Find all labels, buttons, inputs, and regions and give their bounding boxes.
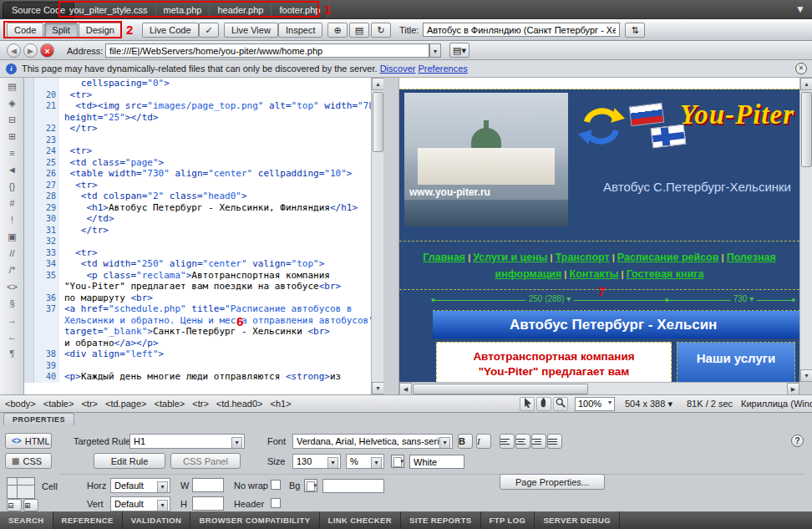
- line-numbers-icon[interactable]: #: [0, 195, 24, 211]
- font-select[interactable]: Verdana, Arial, Helvetica, sans-serif: [292, 434, 453, 449]
- outdent-code-icon[interactable]: ←: [0, 328, 24, 345]
- site-preview[interactable]: www.you-piter.ru You-Piter Автобу: [399, 78, 799, 382]
- code-fold-column[interactable]: [24, 348, 34, 360]
- code-fold-column[interactable]: [24, 78, 34, 89]
- code-fold-column[interactable]: [24, 326, 34, 338]
- check-page-icon[interactable]: ✓: [199, 23, 219, 38]
- scroll-left-icon[interactable]: ◀: [399, 383, 412, 395]
- design-hscrollbar[interactable]: ◀ ▶: [399, 382, 799, 394]
- code-scrollbar[interactable]: ▲ ▼: [371, 78, 383, 394]
- scroll-up-icon[interactable]: ▲: [372, 78, 384, 90]
- text-color-input[interactable]: [409, 455, 464, 469]
- code-fold-column[interactable]: [24, 202, 34, 214]
- code-fold-column[interactable]: [24, 225, 34, 237]
- tag-selector-item[interactable]: <table>: [155, 399, 185, 409]
- results-tab-reference[interactable]: REFERENCE: [53, 511, 123, 529]
- nowrap-checkbox[interactable]: [271, 480, 281, 490]
- code-fold-column[interactable]: [24, 145, 34, 157]
- window-size[interactable]: 504 x 388 ▾: [625, 399, 672, 409]
- page-properties-button[interactable]: Page Properties...: [500, 474, 605, 490]
- site-nav-link[interactable]: Услуги и цены: [473, 252, 547, 263]
- open-documents-icon[interactable]: ▤: [0, 78, 24, 94]
- results-tab-site-reports[interactable]: SITE REPORTS: [401, 511, 480, 529]
- expand-all-icon[interactable]: ≡: [0, 145, 24, 161]
- code-fold-column[interactable]: [24, 270, 34, 282]
- text-color-swatch[interactable]: [391, 455, 404, 468]
- indent-code-icon[interactable]: →: [0, 312, 24, 328]
- refresh-icon[interactable]: ↻: [371, 23, 391, 38]
- address-input[interactable]: [105, 43, 429, 58]
- code-fold-column[interactable]: [24, 191, 34, 202]
- tag-selector-item[interactable]: <td.head0>: [216, 399, 263, 409]
- select-tool-icon[interactable]: [520, 397, 535, 411]
- code-scroll-thumb[interactable]: [373, 92, 383, 152]
- align-left-icon[interactable]: [500, 434, 515, 449]
- preferences-link[interactable]: Preferences: [418, 64, 467, 74]
- discover-link[interactable]: Discover: [380, 64, 416, 74]
- code-fold-column[interactable]: [24, 338, 34, 349]
- column-width-menu[interactable]: 250 (288) ▾: [526, 294, 574, 303]
- collapse-full-tag-icon[interactable]: ⊟: [0, 111, 24, 128]
- width-input[interactable]: [192, 478, 224, 492]
- zoom-tool-icon[interactable]: [553, 397, 568, 411]
- hand-tool-icon[interactable]: [536, 397, 551, 411]
- scroll-right-icon[interactable]: ▶: [787, 383, 799, 395]
- back-icon[interactable]: ◀: [7, 43, 21, 58]
- site-nav-link[interactable]: Расписание рейсов: [617, 252, 719, 263]
- bg-color-swatch[interactable]: [304, 479, 317, 492]
- design-scroll-thumb[interactable]: [801, 92, 812, 167]
- code-navigator-icon[interactable]: ◈: [0, 94, 24, 111]
- code-fold-column[interactable]: [24, 180, 34, 191]
- site-nav-link[interactable]: Гостевая книга: [627, 268, 704, 280]
- code-fold-column[interactable]: [24, 135, 34, 146]
- design-hscroll-thumb[interactable]: [413, 384, 588, 394]
- size-unit-select[interactable]: %: [346, 454, 384, 469]
- tag-selector-item[interactable]: <td.page>: [105, 399, 147, 409]
- horz-select[interactable]: Default: [110, 478, 170, 493]
- align-right-icon[interactable]: [531, 434, 546, 449]
- css-mode-button[interactable]: ▦ CSS: [5, 453, 52, 469]
- design-view[interactable]: www.you-piter.ru You-Piter Автобу: [399, 78, 812, 394]
- code-fold-column[interactable]: [24, 157, 34, 169]
- scroll-down-icon[interactable]: ▼: [800, 369, 812, 382]
- code-editor[interactable]: cellspacing="0">20 <tr>21 <td><img src="…: [24, 78, 371, 394]
- code-fold-column[interactable]: [24, 168, 34, 180]
- inspect-button[interactable]: Inspect: [278, 23, 322, 38]
- css-panel-button[interactable]: CSS Panel: [170, 453, 241, 469]
- code-fold-column[interactable]: [24, 236, 34, 247]
- code-fold-column[interactable]: [24, 247, 34, 259]
- highlight-invalid-code-icon[interactable]: !: [0, 211, 24, 228]
- live-view-options-icon[interactable]: ⇅: [625, 23, 645, 38]
- site-nav-link[interactable]: Транспорт: [556, 252, 610, 263]
- pane-splitter[interactable]: [383, 78, 399, 394]
- results-tab-server-debug[interactable]: SERVER DEBUG: [535, 511, 620, 529]
- results-tab-validation[interactable]: VALIDATION: [123, 511, 191, 529]
- filter-icon[interactable]: ▼: [795, 3, 805, 15]
- code-fold-column[interactable]: [24, 112, 34, 124]
- align-justify-icon[interactable]: [547, 434, 562, 449]
- select-parent-tag-icon[interactable]: ◄: [0, 161, 24, 178]
- code-fold-column[interactable]: [24, 89, 34, 101]
- code-fold-column[interactable]: [24, 292, 34, 304]
- recent-snippets-icon[interactable]: §: [0, 295, 24, 312]
- site-nav-link[interactable]: Главная: [423, 252, 465, 263]
- syntax-error-alerts-icon[interactable]: ▣: [0, 228, 24, 245]
- scroll-down-icon[interactable]: ▼: [372, 382, 384, 394]
- header-checkbox[interactable]: [271, 498, 281, 508]
- align-center-icon[interactable]: [515, 434, 530, 449]
- remove-comment-icon[interactable]: /*: [0, 262, 24, 278]
- preview-browser-icon[interactable]: ⊕: [327, 23, 348, 38]
- code-fold-column[interactable]: [24, 371, 34, 383]
- height-input[interactable]: [192, 496, 224, 511]
- properties-tab[interactable]: PROPERTIES: [3, 413, 74, 425]
- forward-icon[interactable]: ▶: [23, 43, 38, 58]
- file-management-icon[interactable]: ▤: [349, 23, 369, 38]
- edit-rule-button[interactable]: Edit Rule: [94, 453, 165, 469]
- results-tab-ftp-log[interactable]: FTP LOG: [481, 511, 535, 529]
- code-fold-column[interactable]: [24, 360, 34, 372]
- code-fold-column[interactable]: [24, 123, 34, 135]
- address-dropdown-icon[interactable]: ▾: [429, 43, 441, 58]
- tag-selector-item[interactable]: <tr>: [81, 399, 98, 409]
- table-width-menu[interactable]: 730 ▾: [731, 294, 757, 303]
- tag-selector-item[interactable]: <table>: [43, 399, 74, 409]
